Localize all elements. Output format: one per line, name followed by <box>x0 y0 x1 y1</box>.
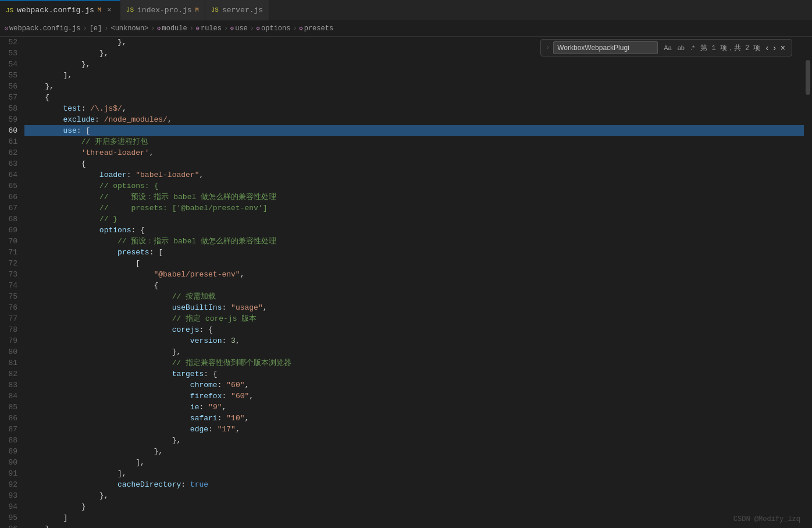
js-icon: JS <box>6 7 13 14</box>
line-number-72: 72 <box>5 258 17 269</box>
line-number-87: 87 <box>5 424 17 435</box>
code-line-90: ], <box>24 457 804 468</box>
line-number-55: 55 <box>5 70 17 81</box>
code-line-79: version: 3, <box>24 335 804 346</box>
line-number-56: 56 <box>5 81 17 92</box>
tab-server[interactable]: JS server.js <box>205 0 269 20</box>
find-close-btn[interactable]: × <box>779 43 787 52</box>
line-number-62: 62 <box>5 147 17 158</box>
line-number-96: 96 <box>5 523 17 528</box>
line-number-81: 81 <box>5 357 17 368</box>
code-area[interactable]: }, }, }, ], }, { test: /\.js$/, exclude:… <box>24 37 804 528</box>
line-number-82: 82 <box>5 368 17 380</box>
code-line-60: use: [ <box>24 125 804 136</box>
line-number-78: 78 <box>5 324 17 335</box>
code-line-95: ] <box>24 512 804 523</box>
find-match-case-btn[interactable]: Aa <box>661 43 674 52</box>
tab-webpack-close[interactable]: × <box>105 6 114 15</box>
line-number-71: 71 <box>5 247 17 258</box>
file-icon: ⊙ <box>5 25 8 32</box>
code-line-96: }, <box>24 523 804 528</box>
code-line-68: // } <box>24 214 804 225</box>
symbol-icon-3: ⚙ <box>230 25 234 32</box>
line-number-52: 52 <box>5 37 17 48</box>
tab-webpack-label: webpack.config.js <box>17 6 94 15</box>
code-line-77: // 指定 core-js 版本 <box>24 313 804 324</box>
code-line-87: edge: "17", <box>24 424 804 435</box>
tab-index-modified: M <box>195 7 199 13</box>
line-number-74: 74 <box>5 280 17 291</box>
code-line-94: } <box>24 501 804 512</box>
breadcrumb-options-label: options <box>261 24 290 33</box>
line-number-61: 61 <box>5 136 17 147</box>
code-line-84: firefox: "60", <box>24 391 804 402</box>
line-number-86: 86 <box>5 413 17 424</box>
line-number-66: 66 <box>5 192 17 203</box>
breadcrumb-use: ⚙ use <box>230 24 248 33</box>
code-line-85: ie: "9", <box>24 402 804 413</box>
symbol-icon-2: ⚙ <box>196 25 200 32</box>
code-line-58: test: /\.js$/, <box>24 103 804 114</box>
code-line-78: corejs: { <box>24 324 804 335</box>
breadcrumb-use-label: use <box>235 24 248 33</box>
find-input[interactable] <box>553 41 658 54</box>
breadcrumb-e-label: [e] <box>90 24 102 33</box>
line-number-85: 85 <box>5 402 17 413</box>
line-number-64: 64 <box>5 169 17 180</box>
line-number-93: 93 <box>5 490 17 501</box>
find-whole-word-btn[interactable]: ab <box>675 43 687 52</box>
breadcrumb-sep-4: › <box>190 24 194 33</box>
line-number-65: 65 <box>5 180 17 192</box>
find-prev-btn[interactable]: ‹ <box>764 43 770 52</box>
code-line-89: }, <box>24 446 804 457</box>
code-line-66: // 预设：指示 babel 做怎么样的兼容性处理 <box>24 192 804 203</box>
line-number-54: 54 <box>5 59 17 70</box>
js-icon-2: JS <box>126 6 134 13</box>
breadcrumb-rules-label: rules <box>201 24 222 33</box>
symbol-icon-4: ⚙ <box>257 25 260 32</box>
line-number-70: 70 <box>5 236 17 247</box>
code-line-65: // options: { <box>24 180 804 192</box>
line-number-92: 92 <box>5 479 17 490</box>
tab-index-label: index-pro.js <box>137 6 192 15</box>
line-number-58: 58 <box>5 103 17 114</box>
breadcrumb-sep-3: › <box>151 24 155 33</box>
find-regex-btn[interactable]: .* <box>688 43 697 52</box>
scrollbar-thumb[interactable] <box>806 60 810 95</box>
tab-bar: JS webpack.config.js M × JS index-pro.js… <box>0 0 812 20</box>
breadcrumb-unknown-label: <unknown> <box>111 24 148 33</box>
line-number-95: 95 <box>5 512 17 523</box>
editor-container: 5253545556575859606162636465666768697071… <box>0 37 812 528</box>
line-number-63: 63 <box>5 158 17 169</box>
tab-server-label: server.js <box>222 6 263 15</box>
line-number-53: 53 <box>5 48 17 59</box>
breadcrumb-sep-5: › <box>224 24 228 33</box>
breadcrumb-options: ⚙ options <box>257 24 290 33</box>
breadcrumb-sep-1: › <box>83 24 87 33</box>
breadcrumb-presets: ⚙ presets <box>300 24 333 33</box>
breadcrumb-file-label: webpack.config.js <box>9 24 80 33</box>
code-line-73: "@babel/preset-env", <box>24 269 804 280</box>
line-numbers: 5253545556575859606162636465666768697071… <box>0 37 24 528</box>
tab-webpack[interactable]: JS webpack.config.js M × <box>0 0 120 20</box>
line-number-89: 89 <box>5 446 17 457</box>
code-line-91: ], <box>24 468 804 479</box>
breadcrumb-e: [e] <box>90 24 102 33</box>
tab-webpack-modified: M <box>98 7 101 13</box>
tab-index[interactable]: JS index-pro.js M <box>120 0 205 20</box>
scrollbar[interactable] <box>804 37 812 528</box>
code-line-80: }, <box>24 346 804 357</box>
code-line-59: exclude: /node_modules/, <box>24 114 804 125</box>
js-icon-3: JS <box>211 6 219 13</box>
code-line-62: 'thread-loader', <box>24 147 804 158</box>
find-chevron-icon: › <box>546 44 550 52</box>
code-line-93: }, <box>24 490 804 501</box>
watermark: CSDN @Modify_lzq <box>733 515 800 523</box>
find-next-btn[interactable]: › <box>771 43 778 52</box>
breadcrumb-unknown: <unknown> <box>111 24 148 33</box>
line-number-79: 79 <box>5 335 17 346</box>
line-number-76: 76 <box>5 302 17 313</box>
line-number-75: 75 <box>5 291 17 302</box>
code-line-81: // 指定兼容性做到哪个版本浏览器 <box>24 357 804 368</box>
find-count: 第 1 项，共 2 项 <box>700 43 760 53</box>
